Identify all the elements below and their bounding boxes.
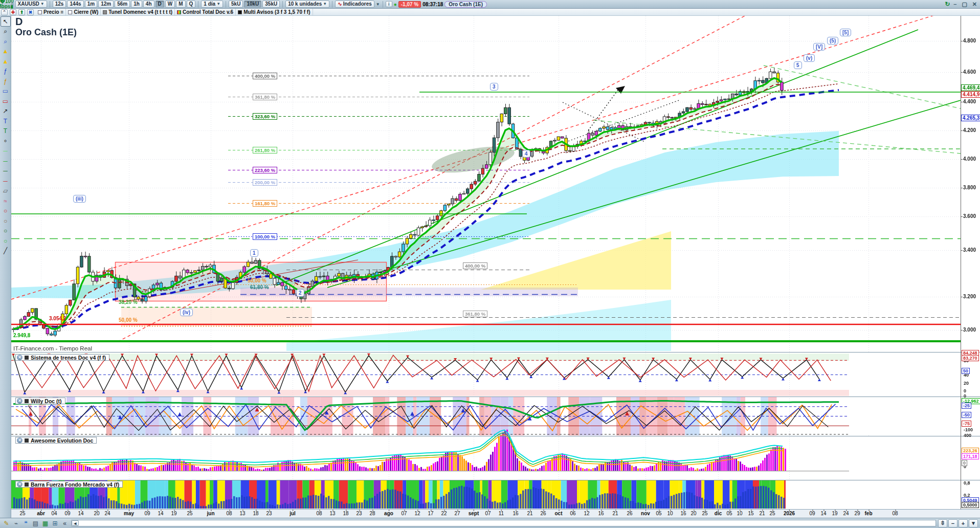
timeframe-button-12m[interactable]: 12m	[98, 1, 114, 8]
panel-header-0[interactable]: ✕Sistema de trenes Doc v4 (f f)	[15, 354, 109, 361]
instrument-tab[interactable]: Oro Cash (1E)	[444, 1, 487, 8]
hline-lightgreen-tool[interactable]: ─	[1, 146, 11, 157]
zoom-preset-button[interactable]: ▾	[969, 519, 978, 527]
panel-header-3[interactable]: ✕Barra Fuerza Fondo Mercado v4 (f)	[15, 481, 123, 488]
timeframe-button-144s[interactable]: 144s	[67, 1, 83, 8]
note-tool[interactable]: T	[1, 126, 11, 137]
volume-button-5kU[interactable]: 5kU	[229, 1, 243, 8]
fibonacci-fan-tool[interactable]: ƒ	[1, 76, 11, 86]
report-icon[interactable]: ▤	[31, 519, 40, 527]
price-axis-tick: 4.400	[963, 99, 976, 104]
ruler-tool[interactable]: ▱	[1, 186, 11, 196]
scroll-left-button[interactable]: ◂	[72, 520, 79, 526]
elliott-wave-label: 5	[794, 61, 802, 69]
panel-close-icon[interactable]: ✕	[17, 437, 23, 443]
ellipse-green-tool[interactable]: ○	[1, 236, 11, 246]
info-icon[interactable]: i	[386, 1, 392, 7]
indicator-toggle-3[interactable]: Control Total Doc v.6	[175, 9, 236, 15]
time-tick-sept: sept	[469, 511, 479, 516]
collapse-panel-button[interactable]: ⌃	[1, 9, 8, 15]
panel-header-2[interactable]: ✕Awesome Evolution Doc	[15, 437, 97, 444]
checkbox-icon[interactable]	[38, 10, 42, 14]
cursor-tool[interactable]: ↖	[1, 16, 11, 27]
time-axis[interactable]: 25abr0409142024may09141925jun08131823jul…	[0, 509, 980, 518]
hline-green-tool[interactable]: ─	[1, 156, 11, 166]
refresh-icon[interactable]: ↻	[945, 1, 950, 8]
arrow-tool[interactable]: ↗	[1, 106, 11, 117]
main-toolbar: ▮�100 Mbps▮ ⠿ XAUUSD▼ 12s144s1m12m56m1h4…	[0, 0, 980, 9]
indicator-toggle-label: Precio	[43, 9, 59, 15]
chart-canvas[interactable]	[0, 0, 980, 528]
bars-icon[interactable]: ▦	[41, 519, 50, 527]
status-bar: ✎⌁❝▤▦⊞« ◂ ⇳−+▾	[0, 518, 980, 528]
alarm-cursor-tool[interactable]: ▲	[1, 47, 11, 57]
time-tick-nov: nov	[641, 511, 650, 516]
timeframe-button-D[interactable]: D	[155, 1, 164, 8]
timeframe-button-M[interactable]: M	[176, 1, 185, 8]
indicator-toggle-2[interactable]: Tunel Domenec v4 (t t t t t)	[101, 9, 175, 15]
indicators-caret[interactable]: ▼	[376, 2, 380, 7]
list-icon[interactable]: ≡	[61, 9, 64, 15]
rect-blue-tool[interactable]: ▭	[1, 86, 11, 97]
panel-close-icon[interactable]: ✕	[17, 481, 23, 487]
chat-icon[interactable]: ❝	[21, 519, 30, 527]
zoom-tool[interactable]: ⌕	[1, 27, 11, 37]
units-select[interactable]: 10 k unidades▼	[285, 1, 329, 8]
hline-red-tool[interactable]: ─	[1, 176, 11, 186]
hline-darkgreen-tool[interactable]: ─	[1, 166, 11, 177]
share-icon[interactable]: ⌁	[12, 519, 20, 527]
panel-header-1[interactable]: ✕Willy Doc (t)	[15, 398, 65, 404]
time-tick-jul: jul	[289, 511, 296, 516]
timeframe-button-12s[interactable]: 12s	[53, 1, 66, 8]
text-tool[interactable]: T	[1, 116, 11, 126]
clear-button[interactable]: ✖	[27, 9, 34, 15]
time-tick-07: 07	[485, 511, 491, 516]
minimize-button[interactable]: –	[952, 1, 958, 7]
pattern-tool[interactable]: ≈	[1, 196, 11, 206]
chart-scrollbar[interactable]: ◂	[71, 520, 936, 526]
symbol-select[interactable]: XAUUSD▼	[15, 1, 47, 8]
zoom-fit-button[interactable]: ⇳	[938, 519, 947, 527]
ellipse-brown-tool[interactable]: ○	[1, 216, 11, 226]
timeframe-button-Q[interactable]: Q	[187, 1, 196, 8]
indicators-button[interactable]: ∿Indicadores	[335, 1, 374, 8]
swatch-icon	[103, 10, 107, 14]
close-button[interactable]: ✕	[971, 1, 978, 8]
zoom-in-button[interactable]: +	[959, 519, 968, 527]
fibonacci-tool[interactable]: ƒ	[1, 67, 11, 77]
window-chart-icon[interactable]: ⊞	[51, 519, 59, 527]
timeframe-button-4h[interactable]: 4h	[143, 1, 154, 8]
draw-icon[interactable]: ✎	[2, 519, 11, 527]
panel-axis-badge: 0,5000	[962, 502, 979, 508]
time-tick-21: 21	[527, 511, 532, 516]
alarm-bell-tool[interactable]: ▲	[1, 56, 11, 67]
rect-red-tool[interactable]: ▭	[1, 96, 11, 106]
zoom-out-button[interactable]: −	[948, 519, 957, 527]
add-alert-button[interactable]: ✚	[10, 9, 16, 15]
ellipse-red-tool[interactable]: ○	[1, 206, 11, 216]
timeframe-button-1m[interactable]: 1m	[85, 1, 97, 8]
pin-tool[interactable]: ⚬	[1, 136, 11, 146]
panel-axis-tick: -100	[964, 427, 973, 432]
indicator-toggle-0[interactable]: Precio≡	[36, 9, 66, 15]
timeframe-button-W[interactable]: W	[165, 1, 175, 8]
ellipse-darkgreen-tool[interactable]: ○	[1, 226, 11, 236]
panel-close-icon[interactable]: ✕	[17, 398, 23, 404]
timeframe-button-56m[interactable]: 56m	[115, 1, 130, 8]
panel-title: Awesome Evolution Doc	[31, 437, 93, 444]
volume-button-10kU[interactable]: 10kU	[244, 1, 261, 8]
collapse-icon[interactable]: «	[60, 519, 69, 527]
volume-button-35kU[interactable]: 35kU	[262, 1, 280, 8]
zoom-area-tool[interactable]: ⌕	[1, 36, 11, 47]
checkbox-icon[interactable]	[68, 10, 72, 14]
panel-swatch-icon	[25, 356, 29, 360]
panel-close-icon[interactable]: ✕	[17, 355, 23, 360]
trendline-tool[interactable]: ╱	[1, 246, 11, 256]
time-tick-09: 09	[809, 511, 815, 516]
timeframe-button-1h[interactable]: 1h	[131, 1, 142, 8]
interval-select[interactable]: 1 día▼	[201, 1, 223, 8]
indicator-toggle-4[interactable]: Multi Avisos (3 f 3 1,5 70 f f)	[236, 9, 313, 15]
restore-button[interactable]: ▢	[960, 1, 968, 8]
buy-arrow-button[interactable]: ⬆	[18, 9, 25, 15]
indicator-toggle-1[interactable]: Cierre (W)	[66, 9, 101, 15]
